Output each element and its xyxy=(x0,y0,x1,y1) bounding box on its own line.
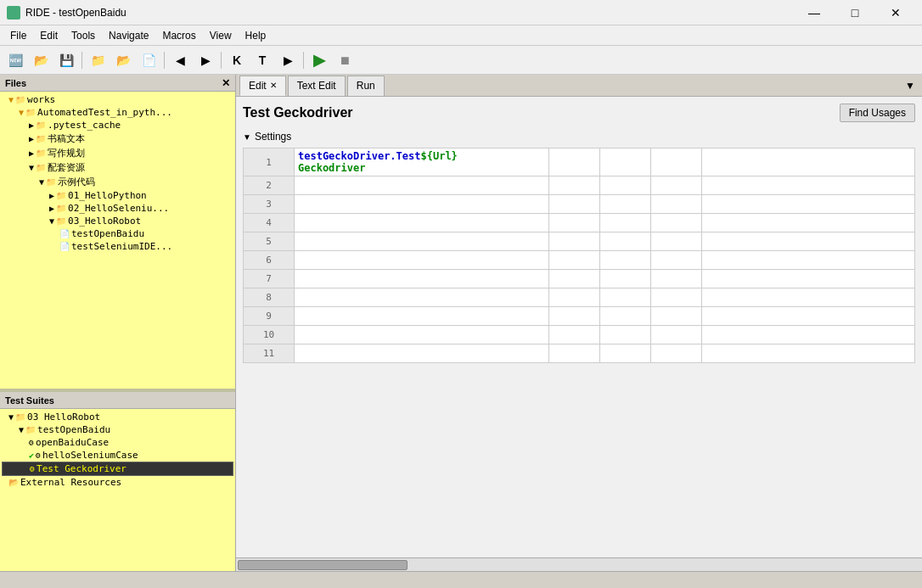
cell-8-5[interactable] xyxy=(702,288,915,307)
save-button[interactable]: 💾 xyxy=(54,49,78,71)
cell-4-2[interactable] xyxy=(549,214,600,232)
open-folder2-button[interactable]: 📂 xyxy=(111,49,135,71)
tree-item-pytest-cache[interactable]: ▶ 📁 .pytest_cache xyxy=(2,119,233,132)
open-folder-button[interactable]: 📁 xyxy=(86,49,110,71)
cell-10-2[interactable] xyxy=(549,326,600,344)
menu-file[interactable]: File xyxy=(3,26,33,45)
tree-item-works[interactable]: ▼ 📁 works xyxy=(2,93,233,106)
tab-edit[interactable]: Edit ✕ xyxy=(239,76,286,96)
cell-2-5[interactable] xyxy=(702,176,915,195)
scrollbar-thumb[interactable] xyxy=(238,560,408,570)
cell-8-4[interactable] xyxy=(651,288,702,307)
settings-header[interactable]: ▼ Settings xyxy=(243,129,915,144)
menu-tools[interactable]: Tools xyxy=(65,26,102,45)
cell-6-2[interactable] xyxy=(549,251,600,270)
tab-edit-close[interactable]: ✕ xyxy=(270,81,277,90)
cell-4-5[interactable] xyxy=(702,214,915,232)
cell-1-1[interactable]: testGeckoDriver.Test${Url} Geckodriver xyxy=(295,148,549,176)
tree-item-02[interactable]: ▶ 📁 02_HelloSeleniu... xyxy=(2,202,233,215)
tab-run[interactable]: Run xyxy=(347,76,385,96)
cell-11-2[interactable] xyxy=(549,344,600,363)
cell-11-4[interactable] xyxy=(651,344,702,363)
tree-item-shili[interactable]: ▼ 📁 示例代码 xyxy=(2,175,233,189)
cell-1-5[interactable] xyxy=(702,148,915,176)
tree-item-helloseleniumcase[interactable]: ✔ ⚙ helloSeleniumCase xyxy=(2,449,233,462)
tree-item-testopenbaidu[interactable]: 📄 testOpenBaidu xyxy=(2,227,233,240)
cell-4-3[interactable] xyxy=(600,214,651,232)
back-button[interactable]: ◀ xyxy=(168,49,192,71)
cell-7-4[interactable] xyxy=(651,270,702,288)
cell-6-5[interactable] xyxy=(702,251,915,270)
cell-9-2[interactable] xyxy=(549,307,600,326)
minimize-button[interactable]: — xyxy=(795,0,834,25)
cell-5-1[interactable] xyxy=(295,232,549,251)
cell-3-1[interactable] xyxy=(295,195,549,214)
cell-2-4[interactable] xyxy=(651,176,702,195)
cell-3-5[interactable] xyxy=(702,195,915,214)
keyword-button[interactable]: K xyxy=(225,49,249,71)
tab-expand-icon[interactable]: ▼ xyxy=(902,80,919,92)
cell-11-3[interactable] xyxy=(600,344,651,363)
cell-5-5[interactable] xyxy=(702,232,915,251)
cell-6-4[interactable] xyxy=(651,251,702,270)
tree-item-shugao[interactable]: ▶ 📁 书稿文本 xyxy=(2,132,233,146)
cell-6-1[interactable] xyxy=(295,251,549,270)
cell-5-3[interactable] xyxy=(600,232,651,251)
new-button[interactable]: 🆕 xyxy=(3,49,27,71)
cell-8-2[interactable] xyxy=(549,288,600,307)
run-button[interactable]: ▶ xyxy=(307,49,331,71)
cell-2-1[interactable] xyxy=(295,176,549,195)
cell-3-4[interactable] xyxy=(651,195,702,214)
find-usages-button[interactable]: Find Usages xyxy=(840,104,915,122)
cell-11-5[interactable] xyxy=(702,344,915,363)
stop-button[interactable]: ⏹ xyxy=(333,49,357,71)
cell-2-2[interactable] xyxy=(549,176,600,195)
cell-2-3[interactable] xyxy=(600,176,651,195)
tree-item-03hellorobot[interactable]: ▼ 📁 03 HelloRobot xyxy=(2,411,233,423)
arrow2-button[interactable]: ▶ xyxy=(276,49,300,71)
cell-6-3[interactable] xyxy=(600,251,651,270)
cell-4-1[interactable] xyxy=(295,214,549,232)
cell-3-2[interactable] xyxy=(549,195,600,214)
cell-5-4[interactable] xyxy=(651,232,702,251)
tree-item-external-resources[interactable]: 📂 External Resources xyxy=(2,476,233,489)
tree-item-testopenbaidu-suite[interactable]: ▼ 📁 testOpenBaidu xyxy=(2,423,233,436)
menu-edit[interactable]: Edit xyxy=(33,26,65,45)
menu-view[interactable]: View xyxy=(203,26,239,45)
cell-4-4[interactable] xyxy=(651,214,702,232)
forward-button[interactable]: ▶ xyxy=(194,49,217,71)
cell-10-3[interactable] xyxy=(600,326,651,344)
menu-help[interactable]: Help xyxy=(239,26,273,45)
tree-item-03[interactable]: ▼ 📁 03_HelloRobot xyxy=(2,215,233,227)
files-close-button[interactable]: ✕ xyxy=(222,77,230,89)
tree-item-peitao[interactable]: ▼ 📁 配套资源 xyxy=(2,160,233,175)
h-scrollbar[interactable] xyxy=(236,558,922,572)
cell-9-5[interactable] xyxy=(702,307,915,326)
cell-10-1[interactable] xyxy=(295,326,549,344)
cell-7-2[interactable] xyxy=(549,270,600,288)
cell-10-4[interactable] xyxy=(651,326,702,344)
cell-1-4[interactable] xyxy=(651,148,702,176)
cell-7-1[interactable] xyxy=(295,270,549,288)
maximize-button[interactable]: □ xyxy=(835,0,874,25)
open-button[interactable]: 📂 xyxy=(29,49,53,71)
cell-7-3[interactable] xyxy=(600,270,651,288)
cell-3-3[interactable] xyxy=(600,195,651,214)
cell-7-5[interactable] xyxy=(702,270,915,288)
tree-item-testseleniumide[interactable]: 📄 testSeleniumIDE... xyxy=(2,240,233,253)
cell-1-3[interactable] xyxy=(600,148,651,176)
cell-5-2[interactable] xyxy=(549,232,600,251)
cell-9-1[interactable] xyxy=(295,307,549,326)
close-button[interactable]: ✕ xyxy=(876,0,915,25)
tree-item-testgeckodriver[interactable]: ⚙ Test Geckodriver xyxy=(2,462,233,476)
menu-navigate[interactable]: Navigate xyxy=(102,26,155,45)
cell-1-2[interactable] xyxy=(549,148,600,176)
tree-item-openbaiducase[interactable]: ⚙ openBaiduCase xyxy=(2,436,233,449)
template-button[interactable]: T xyxy=(250,49,274,71)
tree-item-automatedtest[interactable]: ▼ 📁 AutomatedTest_in_pyth... xyxy=(2,106,233,119)
cell-11-1[interactable] xyxy=(295,344,549,363)
tree-item-xiezuo[interactable]: ▶ 📁 写作规划 xyxy=(2,146,233,160)
menu-macros[interactable]: Macros xyxy=(155,26,202,45)
tab-text-edit[interactable]: Text Edit xyxy=(288,76,346,96)
cell-10-5[interactable] xyxy=(702,326,915,344)
